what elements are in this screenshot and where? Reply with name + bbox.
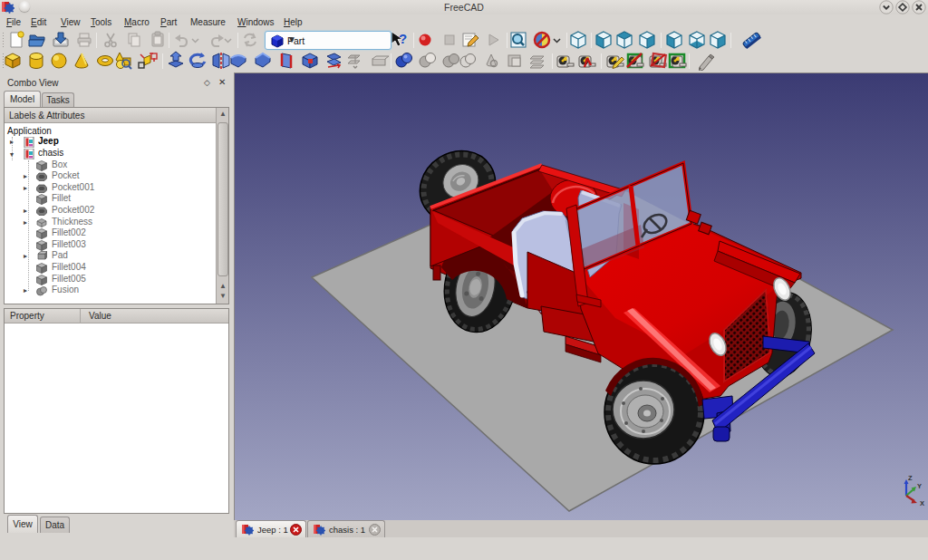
svg-text:?: ?: [399, 31, 407, 46]
svg-text:Y: Y: [917, 482, 922, 490]
svg-text:Z: Z: [908, 474, 913, 482]
svg-text:X: X: [920, 499, 924, 507]
